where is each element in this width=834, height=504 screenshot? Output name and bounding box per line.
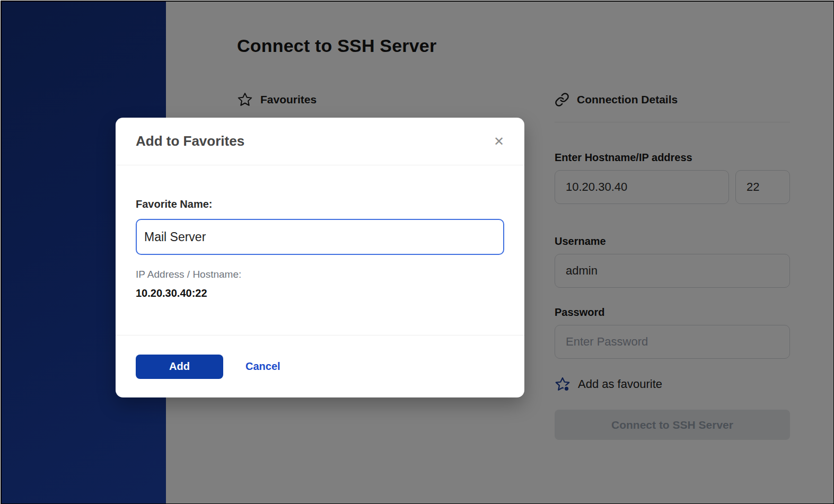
ip-hostname-value: 10.20.30.40:22	[136, 287, 504, 299]
app-window: Connect to SSH Server Favourites	[1, 1, 834, 504]
dialog-body: Favorite Name: IP Address / Hostname: 10…	[116, 198, 524, 299]
dialog-title: Add to Favorites	[136, 133, 244, 149]
add-to-favorites-dialog: Add to Favorites ✕ Favorite Name: IP Add…	[116, 118, 524, 397]
close-icon[interactable]: ✕	[494, 135, 504, 148]
add-button[interactable]: Add	[136, 355, 223, 379]
favorite-name-label: Favorite Name:	[136, 198, 504, 210]
ip-hostname-label: IP Address / Hostname:	[136, 269, 504, 280]
favorite-name-input[interactable]	[136, 219, 504, 255]
dialog-footer: Add Cancel	[116, 335, 524, 397]
dialog-header: Add to Favorites ✕	[116, 118, 524, 165]
cancel-button[interactable]: Cancel	[245, 360, 280, 373]
